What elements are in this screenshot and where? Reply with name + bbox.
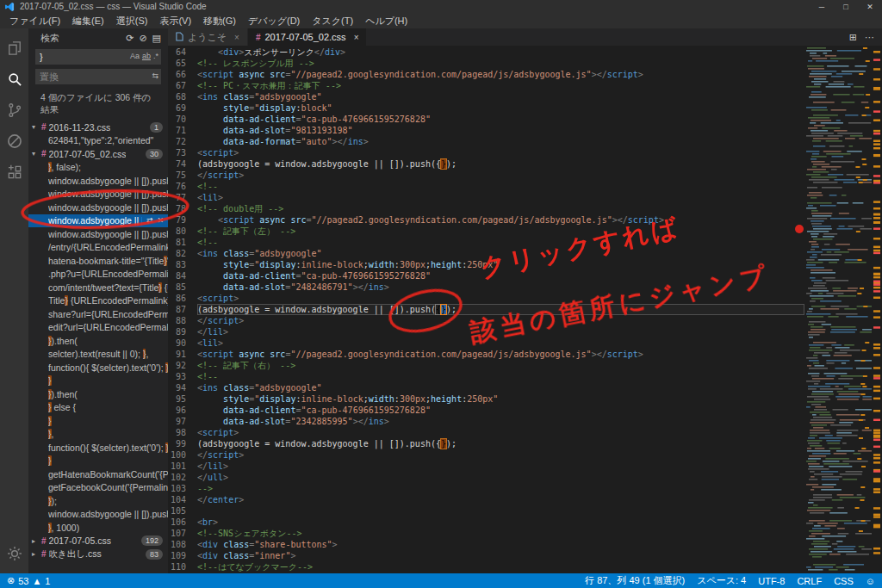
- minimap[interactable]: [804, 46, 872, 573]
- code-line[interactable]: 68<ins class="adsbygoogle": [168, 91, 804, 102]
- code-line[interactable]: 85 data-ad-slot="2482486791"></ins>: [168, 282, 804, 293]
- replace-icon[interactable]: ⇄: [146, 216, 153, 225]
- chevron-down-icon[interactable]: ▾: [32, 123, 40, 131]
- split-editor-icon[interactable]: ⊞: [849, 32, 857, 43]
- code-line[interactable]: 67<!-- PC・スマホ兼用：記事下 -->: [168, 80, 804, 91]
- line-number[interactable]: 107: [168, 528, 197, 539]
- code-line[interactable]: 99(adsbygoogle = window.adsbygoogle || […: [168, 438, 804, 449]
- line-number[interactable]: 65: [168, 58, 197, 69]
- cursor-position[interactable]: 行 87、列 49 (1 個選択): [585, 574, 685, 587]
- code-line[interactable]: 88</script>: [168, 315, 804, 326]
- line-number[interactable]: 76: [168, 181, 197, 192]
- result-row[interactable]: window.adsbygoogle || []).push({});: [28, 227, 168, 241]
- result-row[interactable]: .php?u={URLEncodedPermalink}: [28, 268, 168, 282]
- line-number[interactable]: 80: [168, 226, 197, 237]
- source-control-icon[interactable]: [0, 95, 28, 126]
- line-number[interactable]: 89: [168, 326, 197, 337]
- result-row[interactable]: getHatenaBookmarkCount('{Permalink}': [28, 467, 168, 481]
- chevron-right-icon[interactable]: ▸: [32, 550, 40, 558]
- code-line[interactable]: 69 style="display:block": [168, 102, 804, 114]
- extensions-icon[interactable]: [0, 157, 28, 188]
- result-row[interactable]: }, false);: [28, 161, 168, 175]
- code-line[interactable]: 95 style="display:inline-block;width:300…: [168, 393, 804, 405]
- line-number[interactable]: 67: [168, 80, 197, 91]
- result-row[interactable]: },: [28, 428, 168, 442]
- code-line[interactable]: 106<br>: [168, 517, 804, 528]
- line-number[interactable]: 92: [168, 360, 197, 371]
- code-line[interactable]: 65<!-- レスポンシブル用 -->: [168, 58, 804, 69]
- line-number[interactable]: 101: [168, 461, 197, 472]
- result-row[interactable]: window.adsbygoogle || []).push({});⇄✕: [28, 214, 168, 228]
- result-row[interactable]: edit?url={URLEncodedPermalink}: [28, 321, 168, 335]
- code-line[interactable]: 87(adsbygoogle = window.adsbygoogle || […: [168, 304, 804, 315]
- line-number[interactable]: 96: [168, 405, 197, 416]
- menu-item[interactable]: ファイル(F): [3, 13, 66, 28]
- code-line[interactable]: 107<!--SNSシェアボタン-->: [168, 528, 804, 539]
- line-number[interactable]: 86: [168, 293, 197, 304]
- result-row[interactable]: window.adsbygoogle || []).push({});: [28, 188, 168, 201]
- line-number[interactable]: 103: [168, 483, 197, 494]
- tab-active-file[interactable]: #2017-07-05_02.css×: [248, 28, 368, 46]
- line-number[interactable]: 64: [168, 46, 197, 58]
- code-line[interactable]: 108<div class="share-buttons">: [168, 539, 804, 550]
- problems-indicator[interactable]: ⊗ 53 ▲ 1: [7, 575, 50, 586]
- tab-close-icon[interactable]: ×: [234, 33, 239, 42]
- line-number[interactable]: 90: [168, 337, 197, 349]
- line-number[interactable]: 105: [168, 505, 197, 517]
- line-number[interactable]: 68: [168, 91, 197, 102]
- menu-item[interactable]: ヘルプ(H): [359, 13, 413, 28]
- code-line[interactable]: 93<!--: [168, 371, 804, 382]
- code-line[interactable]: 80<!-- 記事下（左） -->: [168, 226, 804, 237]
- code-line[interactable]: 105: [168, 505, 804, 517]
- chevron-down-icon[interactable]: ▾: [32, 150, 40, 158]
- result-row[interactable]: share?url={URLEncodedPermalink}: [28, 307, 168, 321]
- code-line[interactable]: 81<!--: [168, 237, 804, 248]
- code-line[interactable]: 110<!--はてなブックマーク-->: [168, 561, 804, 573]
- code-line[interactable]: 71 data-ad-slot="9813193198": [168, 125, 804, 136]
- line-number[interactable]: 99: [168, 438, 197, 449]
- collapse-all-icon[interactable]: ▤: [152, 33, 161, 44]
- line-number[interactable]: 91: [168, 349, 197, 360]
- line-number[interactable]: 74: [168, 158, 197, 170]
- editor[interactable]: 64 <div>スポンサーリンク</div>65<!-- レスポンシブル用 --…: [168, 46, 882, 573]
- code-line[interactable]: 76<!--: [168, 181, 804, 192]
- code-line[interactable]: 83 style="display:inline-block;width:300…: [168, 259, 804, 270]
- encoding-setting[interactable]: UTF-8: [758, 576, 785, 586]
- tab-welcome[interactable]: ようこそ×: [168, 28, 248, 46]
- code-line[interactable]: 78<!-- double用 -->: [168, 203, 804, 214]
- line-number[interactable]: 100: [168, 449, 197, 461]
- code-line[interactable]: 101</lil>: [168, 461, 804, 472]
- result-row[interactable]: }: [28, 455, 168, 468]
- line-number[interactable]: 73: [168, 147, 197, 158]
- more-actions-icon[interactable]: ⋯: [865, 32, 874, 43]
- line-number[interactable]: 71: [168, 125, 197, 136]
- code-line[interactable]: 89</lil>: [168, 326, 804, 337]
- explorer-icon[interactable]: [0, 33, 28, 64]
- file-row[interactable]: ▸#吹き出し.css83: [28, 548, 168, 561]
- menu-item[interactable]: タスク(T): [306, 13, 359, 28]
- indent-setting[interactable]: スペース: 4: [697, 574, 746, 587]
- result-row[interactable]: com/intent/tweet?text={Title} {URLEncode…: [28, 281, 168, 294]
- code-line[interactable]: 86<script>: [168, 293, 804, 304]
- code-line[interactable]: 82<ins class="adsbygoogle": [168, 248, 804, 259]
- line-number[interactable]: 88: [168, 315, 197, 326]
- code-line[interactable]: 103-->: [168, 483, 804, 494]
- line-number[interactable]: 109: [168, 550, 197, 561]
- line-number[interactable]: 72: [168, 136, 197, 147]
- code-line[interactable]: 74(adsbygoogle = window.adsbygoogle || […: [168, 158, 804, 170]
- replace-input[interactable]: [35, 69, 161, 84]
- replace-all-icon[interactable]: ⇆: [152, 71, 158, 80]
- code-line[interactable]: 66<script async src="//pagead2.googlesyn…: [168, 69, 804, 80]
- code-line[interactable]: 84 data-ad-client="ca-pub-47696615952768…: [168, 270, 804, 282]
- clear-results-icon[interactable]: ⊘: [139, 33, 146, 44]
- search-icon[interactable]: [0, 64, 28, 95]
- line-number[interactable]: 97: [168, 416, 197, 427]
- result-row[interactable]: 624841,"type":2,"oriented": [28, 134, 168, 148]
- feedback-smiley-icon[interactable]: ☺: [866, 576, 875, 586]
- result-row[interactable]: });: [28, 494, 168, 508]
- code-line[interactable]: 64 <div>スポンサーリンク</div>: [168, 46, 804, 58]
- line-number[interactable]: 81: [168, 237, 197, 248]
- regex-icon[interactable]: .*: [153, 52, 158, 60]
- line-number[interactable]: 70: [168, 114, 197, 125]
- menu-item[interactable]: 表示(V): [153, 13, 197, 28]
